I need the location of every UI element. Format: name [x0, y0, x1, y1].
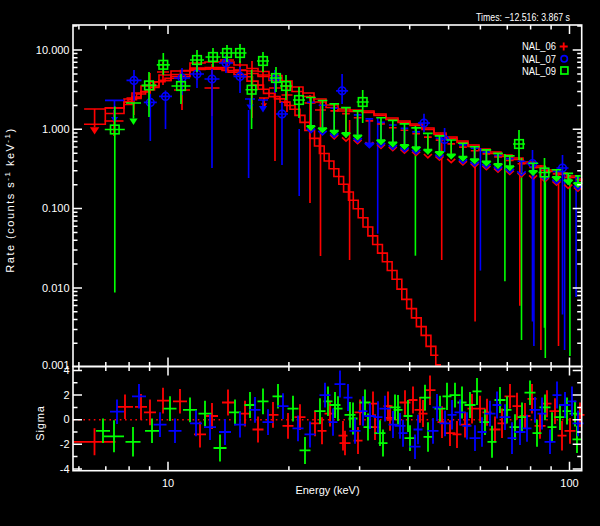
svg-text:4: 4	[63, 364, 69, 376]
svg-text:Sigma: Sigma	[34, 405, 46, 441]
svg-text:Energy (keV): Energy (keV)	[295, 484, 359, 496]
svg-text:10.000: 10.000	[36, 44, 70, 56]
svg-text:NAL_07: NAL_07	[522, 53, 556, 65]
svg-text:-4: -4	[60, 463, 70, 475]
svg-text:2: 2	[63, 389, 69, 401]
svg-text:100: 100	[560, 477, 578, 489]
svg-text:NAL_09: NAL_09	[522, 65, 556, 77]
svg-text:0.010: 0.010	[42, 282, 70, 294]
svg-text:10: 10	[162, 477, 174, 489]
svg-text:0: 0	[63, 413, 69, 425]
svg-text:Times: −12.516: 3.867 s: Times: −12.516: 3.867 s	[476, 11, 570, 23]
svg-text:1.000: 1.000	[42, 123, 70, 135]
svg-text:-2: -2	[60, 438, 70, 450]
svg-text:0.100: 0.100	[42, 202, 70, 214]
svg-text:NAL_06: NAL_06	[522, 40, 556, 52]
svg-text:Rate (counts s-1 keV-1): Rate (counts s-1 keV-1)	[3, 127, 16, 272]
